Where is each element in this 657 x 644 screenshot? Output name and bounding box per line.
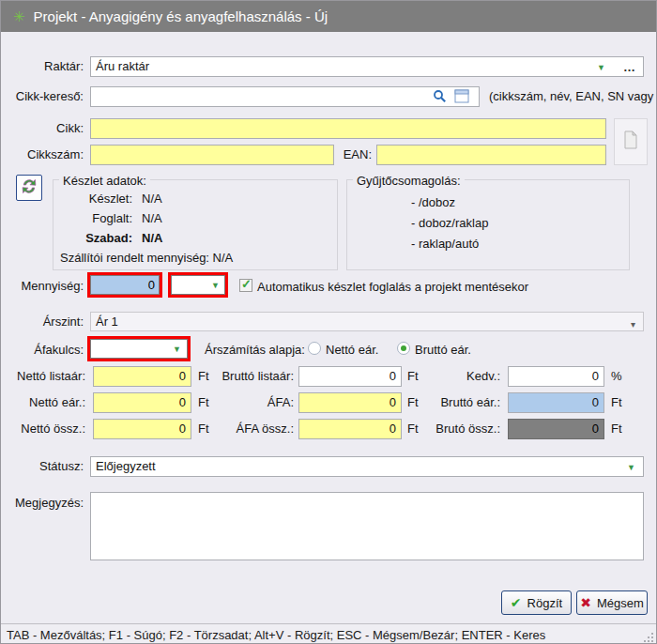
mennyiseg-unit-dropdown[interactable]: ▼ xyxy=(171,275,225,295)
netto-listaar-label: Nettó listaár: xyxy=(1,369,85,383)
rogzit-button-label: Rögzít xyxy=(527,596,563,610)
ellipsis-browse-icon[interactable]: … xyxy=(623,61,635,73)
chevron-down-icon[interactable]: ▼ xyxy=(211,282,220,290)
statusz-combobox[interactable]: Előjegyzett ▼ xyxy=(90,456,644,477)
radio-brutto-ear-label: Bruttó eár. xyxy=(415,343,471,357)
lookup-window-icon[interactable] xyxy=(454,89,469,107)
mennyiseg-required-frame: 0 xyxy=(87,272,162,298)
refresh-icon xyxy=(21,177,38,198)
cikk-kereso-input[interactable] xyxy=(90,86,480,107)
kedv-field[interactable]: 0 xyxy=(508,366,604,387)
search-icon[interactable] xyxy=(433,89,447,107)
dialog-window: ✳ Projekt - Anyagigény és anyagfelhaszná… xyxy=(0,0,657,644)
stock-group-title: Készlet adatok: xyxy=(59,174,150,188)
mennyiseg-input[interactable]: 0 xyxy=(90,275,160,295)
netto-ossz-field[interactable]: 0 xyxy=(93,419,191,439)
statusz-value: Előjegyzett xyxy=(96,459,156,473)
afakulcs-dropdown[interactable]: ▼ xyxy=(90,339,188,359)
keszlet-label: Készlet: xyxy=(67,192,132,206)
kedv-label: Kedv.: xyxy=(412,369,500,383)
statusbar: TAB - Mezőváltás; F1 - Súgó; F2 - Törzsa… xyxy=(1,623,656,644)
window-title: Projekt - Anyagigény és anyagfelhasználá… xyxy=(34,8,328,24)
titlebar: ✳ Projekt - Anyagigény és anyagfelhaszná… xyxy=(1,1,656,32)
raktar-value: Áru raktár xyxy=(96,59,149,73)
packaging-group-title: Gyűjtőcsomagolás: xyxy=(353,174,465,188)
cikk-kereso-hint: (cikkszám, név, EAN, SN vagy LOT) xyxy=(489,89,657,103)
brutto-ear-field[interactable]: 0 xyxy=(508,392,604,413)
price-basis-label: Árszámítás alapja: xyxy=(205,343,305,357)
szallitoi-rendelt-row: Szállítói rendelt mennyiség: N/A xyxy=(60,251,233,265)
mennyiseg-unit-required-frame: ▼ xyxy=(168,272,228,298)
packaging-row-doboz: - /doboz xyxy=(411,195,455,209)
packaging-row-raklap-auto: - raklap/autó xyxy=(411,237,479,251)
cikkszam-input[interactable] xyxy=(90,145,334,165)
megsem-button[interactable]: ✖ Mégsem xyxy=(576,590,648,615)
document-button[interactable] xyxy=(614,118,648,165)
radio-netto-ear-label: Nettó eár. xyxy=(326,343,378,357)
brutto-listaar-field[interactable]: 0 xyxy=(298,366,402,387)
foglalt-label: Foglalt: xyxy=(67,211,132,225)
ean-label: EAN: xyxy=(325,147,372,161)
chevron-down-icon[interactable]: ▼ xyxy=(173,345,181,354)
check-icon: ✔ xyxy=(511,595,522,610)
afakulcs-label: Áfakulcs: xyxy=(1,343,84,357)
checkmark-icon: ✓ xyxy=(241,277,252,291)
chevron-down-icon[interactable]: ▼ xyxy=(627,464,635,472)
afa-label: ÁFA: xyxy=(203,395,294,409)
refresh-stock-button[interactable] xyxy=(16,175,42,201)
app-icon: ✳ xyxy=(13,9,25,23)
raktar-combobox[interactable]: Áru raktár ▼ … xyxy=(90,56,644,77)
packaging-row-doboz-raklap: - doboz/raklap xyxy=(411,216,488,230)
cikkszam-label: Cikkszám: xyxy=(1,147,84,161)
szabad-value: N/A xyxy=(142,231,162,245)
cikk-input[interactable] xyxy=(90,118,606,139)
cikk-kereso-label: Cikk-kereső: xyxy=(1,89,84,103)
resize-grip[interactable] xyxy=(643,632,654,643)
bruto-ossz-label: Brutó össz.: xyxy=(412,422,500,436)
brutto-listaar-label: Bruttó listaár: xyxy=(203,369,294,383)
raktar-label: Raktár: xyxy=(1,59,84,73)
brutto-ear-unit: Ft xyxy=(611,395,622,409)
kedv-unit: % xyxy=(611,369,622,383)
radio-netto-ear[interactable] xyxy=(308,342,321,355)
radio-brutto-ear[interactable] xyxy=(397,342,410,355)
auto-reserve-checkbox[interactable]: ✓ xyxy=(239,279,252,292)
afakulcs-required-frame: ▼ xyxy=(87,336,191,361)
afa-field[interactable]: 0 xyxy=(298,392,402,413)
chevron-down-icon[interactable]: ▾ xyxy=(631,315,635,333)
netto-listaar-field[interactable]: 0 xyxy=(93,366,191,387)
cikk-label: Cikk: xyxy=(1,121,84,135)
arszint-label: Árszint: xyxy=(1,314,84,329)
document-icon xyxy=(623,130,638,153)
bruto-ossz-unit: Ft xyxy=(611,422,622,436)
rogzit-button[interactable]: ✔ Rögzít xyxy=(501,590,572,615)
brutto-ear-label: Bruttó eár.: xyxy=(412,395,500,409)
bruto-ossz-field: 0 xyxy=(508,419,604,439)
arszint-value: Ár 1 xyxy=(96,314,118,329)
szallitoi-rendelt-value: N/A xyxy=(213,251,234,265)
auto-reserve-checkbox-label: Automatikus készlet foglalás a projekt m… xyxy=(257,280,528,294)
arszint-combobox[interactable]: Ár 1 ▾ xyxy=(90,312,644,331)
chevron-down-icon[interactable]: ▼ xyxy=(597,64,605,72)
foglalt-value: N/A xyxy=(142,211,162,225)
ean-input[interactable] xyxy=(376,145,606,165)
statusz-label: Státusz: xyxy=(1,459,84,473)
cross-icon: ✖ xyxy=(580,595,591,610)
netto-ear-field[interactable]: 0 xyxy=(93,392,191,413)
keszlet-value: N/A xyxy=(142,192,162,206)
mennyiseg-label: Mennyiség: xyxy=(1,279,84,293)
szabad-label: Szabad: xyxy=(67,231,132,245)
netto-ossz-label: Nettó össz.: xyxy=(1,422,85,436)
afa-ossz-field[interactable]: 0 xyxy=(298,419,402,439)
szallitoi-rendelt-label: Szállítói rendelt mennyiség: xyxy=(60,251,209,265)
statusbar-hotkeys-text: TAB - Mezőváltás; F1 - Súgó; F2 - Törzsa… xyxy=(7,628,545,642)
megsem-button-label: Mégsem xyxy=(597,596,644,610)
afa-ossz-label: ÁFA össz.: xyxy=(203,422,294,436)
netto-ear-label: Nettó eár.: xyxy=(1,395,85,409)
megjegyzes-label: Megjegyzés: xyxy=(1,496,84,510)
megjegyzes-textarea[interactable] xyxy=(90,492,644,560)
